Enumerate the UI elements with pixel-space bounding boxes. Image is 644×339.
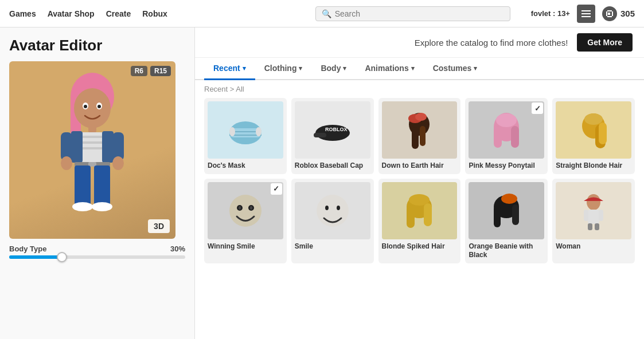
tab-body[interactable]: Body ▾ — [311, 58, 356, 80]
item-img-mask — [208, 101, 283, 159]
tab-costumes[interactable]: Costumes ▾ — [424, 58, 487, 80]
btn-3d[interactable]: 3D — [148, 219, 170, 233]
item-card-hair-orange[interactable]: Orange Beanie with Black — [465, 179, 548, 263]
item-card-face-smile[interactable]: Winning Smile✓ — [204, 179, 287, 263]
svg-point-10 — [74, 88, 111, 128]
robux-count: 305 — [620, 9, 635, 18]
svg-rect-1 — [581, 13, 591, 14]
svg-point-54 — [584, 113, 603, 125]
hamburger-icon — [581, 10, 591, 17]
avatar-badges: R6 R15 — [131, 66, 171, 76]
item-card-face-smile2[interactable]: Smile — [291, 179, 374, 263]
item-name: Straight Blonde Hair — [556, 161, 631, 171]
svg-point-59 — [250, 206, 252, 210]
svg-rect-0 — [581, 10, 591, 11]
item-name: Doc's Mask — [208, 161, 283, 171]
tab-costumes-chevron: ▾ — [474, 65, 477, 72]
item-card-hair-gold[interactable]: Straight Blonde Hair — [552, 98, 635, 174]
svg-rect-49 — [511, 126, 519, 148]
svg-rect-4 — [606, 11, 607, 16]
item-check-icon: ✓ — [271, 183, 282, 195]
item-card-woman[interactable]: Woman — [552, 179, 635, 263]
item-name: Pink Messy Ponytail — [469, 161, 544, 171]
item-card-hair-earth[interactable]: Down to Earth Hair — [378, 98, 461, 174]
svg-point-66 — [409, 194, 430, 206]
svg-rect-48 — [494, 126, 502, 148]
svg-point-38 — [256, 127, 261, 136]
search-icon: 🔍 — [322, 9, 331, 18]
svg-rect-44 — [420, 126, 426, 146]
item-img-woman — [556, 182, 631, 239]
svg-point-61 — [325, 206, 329, 210]
search-bar[interactable]: 🔍 — [315, 6, 510, 21]
item-img-hair-gold — [556, 101, 631, 159]
svg-rect-21 — [102, 131, 114, 163]
menu-icon-button[interactable] — [577, 5, 595, 23]
item-name: Down to Earth Hair — [382, 161, 458, 171]
svg-point-70 — [501, 194, 517, 204]
item-card-hair-pink[interactable]: Pink Messy Ponytail✓ — [465, 98, 548, 174]
tab-clothing-chevron: ▾ — [299, 65, 302, 72]
navbar: Games Avatar Shop Create Robux 🔍 fovlet … — [0, 0, 644, 27]
item-img-cap: ROBLOX — [295, 101, 370, 159]
svg-rect-68 — [494, 206, 501, 227]
svg-rect-43 — [412, 127, 419, 149]
svg-rect-15 — [88, 126, 96, 133]
slider-thumb[interactable] — [57, 252, 67, 262]
svg-point-58 — [239, 206, 241, 210]
svg-rect-40 — [314, 133, 326, 137]
nav-right: fovlet : 13+ 305 — [531, 5, 635, 23]
svg-rect-75 — [588, 223, 592, 230]
page-title: Avatar Editor — [9, 37, 185, 54]
svg-rect-65 — [424, 203, 432, 226]
body-type-label: Body Type — [9, 245, 47, 253]
nav-create[interactable]: Create — [106, 9, 131, 18]
svg-rect-64 — [407, 205, 415, 228]
svg-rect-69 — [512, 204, 519, 225]
nav-robux[interactable]: Robux — [142, 9, 167, 18]
badge-r6[interactable]: R6 — [131, 66, 147, 76]
svg-rect-72 — [588, 210, 599, 224]
svg-rect-5 — [612, 11, 613, 16]
svg-text:ROBLOX: ROBLOX — [325, 127, 348, 132]
svg-point-46 — [415, 113, 427, 121]
svg-rect-3 — [607, 10, 612, 11]
robux-display[interactable]: 305 — [602, 6, 635, 21]
tab-recent-chevron: ▾ — [243, 65, 246, 72]
svg-rect-76 — [595, 223, 599, 230]
nav-avatar-shop[interactable]: Avatar Shop — [48, 9, 95, 18]
svg-rect-74 — [599, 210, 603, 221]
avatar-preview: R6 R15 — [9, 61, 175, 239]
badge-r15[interactable]: R15 — [150, 66, 171, 76]
svg-point-13 — [84, 105, 87, 108]
search-input[interactable] — [335, 9, 504, 18]
item-img-hair-earth — [382, 101, 458, 159]
item-name: Winning Smile — [208, 242, 283, 251]
body-type-slider[interactable] — [9, 255, 185, 259]
tabs-row: Recent ▾ Clothing ▾ Body ▾ Animations ▾ … — [195, 58, 644, 80]
item-img-hair-blonde — [382, 182, 458, 239]
get-more-button[interactable]: Get More — [577, 33, 633, 52]
svg-rect-29 — [94, 165, 110, 206]
body-type-row: Body Type 30% — [9, 245, 185, 253]
tab-recent[interactable]: Recent ▾ — [204, 58, 255, 80]
item-card-cap[interactable]: ROBLOXRoblox Baseball Cap — [291, 98, 374, 174]
svg-point-14 — [97, 105, 101, 108]
items-grid: Doc's MaskROBLOXRoblox Baseball CapDown … — [195, 98, 644, 270]
svg-point-62 — [337, 206, 340, 210]
svg-rect-7 — [608, 13, 610, 15]
nav-games[interactable]: Games — [9, 9, 36, 18]
breadcrumb: Recent > All — [195, 80, 644, 98]
tab-animations[interactable]: Animations ▾ — [356, 58, 423, 80]
right-panel: Explore the catalog to find more clothes… — [195, 27, 644, 339]
avatar-figure — [49, 73, 135, 227]
tab-clothing[interactable]: Clothing ▾ — [255, 58, 312, 80]
svg-point-55 — [229, 195, 261, 227]
svg-point-24 — [61, 156, 72, 170]
promo-text: Explore the catalog to find more clothes… — [415, 38, 568, 48]
item-name: Smile — [295, 242, 370, 251]
item-card-mask[interactable]: Doc's Mask — [204, 98, 287, 174]
svg-point-25 — [112, 156, 124, 170]
svg-rect-73 — [584, 210, 588, 221]
item-card-hair-blonde[interactable]: Blonde Spiked Hair — [378, 179, 461, 263]
